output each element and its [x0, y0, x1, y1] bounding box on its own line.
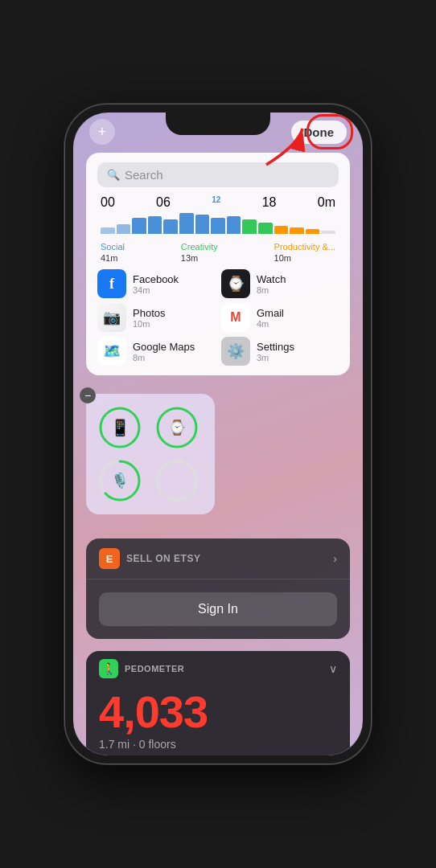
app-grid: f Facebook 34m ⌚ Watch 8m — [97, 269, 339, 366]
etsy-title: SELL ON ETSY — [126, 553, 200, 564]
time-label-00: 00 — [101, 195, 115, 210]
time-label-06: 06 — [156, 195, 171, 210]
done-button-wrapper: Done — [291, 121, 348, 144]
facebook-icon: f — [97, 269, 126, 298]
etsy-chevron-icon: › — [333, 552, 337, 565]
category-social: Social 41m — [101, 239, 125, 263]
widget-minus-button[interactable]: − — [80, 387, 96, 403]
svg-point-7 — [158, 461, 196, 500]
mic-circle: 🎙️ — [97, 458, 142, 503]
gmail-info: Gmail 4m — [257, 307, 339, 329]
app-row-photos[interactable]: 📷 Photos 10m — [97, 303, 215, 332]
etsy-widget[interactable]: E SELL ON ETSY › Sign In — [86, 538, 350, 639]
step-count: 4,033 — [99, 690, 337, 735]
app-row-facebook[interactable]: f Facebook 34m — [97, 269, 215, 298]
pedometer-chevron-icon: ∨ — [329, 662, 337, 675]
watch-circle: ⌚ — [154, 405, 199, 450]
time-label-0m: 0m — [318, 195, 335, 210]
googlemaps-info: Google Maps 8m — [133, 341, 215, 362]
watch-info: Watch 8m — [257, 273, 339, 295]
search-placeholder: Search — [125, 168, 163, 182]
chart-area: 00 06 12 18 0m — [97, 195, 339, 235]
time-label-18: 18 — [262, 195, 277, 210]
pedometer-title: PEDOMETER — [125, 664, 184, 674]
pedometer-icon: 🚶 — [99, 659, 118, 678]
photos-icon: 📷 — [97, 303, 126, 332]
phone-screen: + Done 🔍 Search — [73, 113, 363, 755]
add-widget-button[interactable]: + — [89, 119, 115, 145]
pedometer-widget: 🚶 PEDOMETER ∨ 4,033 1.7 mi · 0 floors — [86, 651, 350, 755]
app-row-googlemaps[interactable]: 🗺️ Google Maps 8m — [97, 337, 215, 366]
phone-emoji: 📱 — [110, 418, 130, 437]
watch-icon: ⌚ — [221, 269, 250, 298]
pedometer-left: 🚶 PEDOMETER — [99, 659, 184, 678]
sign-in-button[interactable]: Sign In — [99, 592, 337, 626]
etsy-logo: E — [99, 548, 120, 569]
app-row-gmail[interactable]: M Gmail 4m — [221, 303, 339, 332]
time-label-12: 12 — [212, 195, 220, 210]
pedometer-content: 4,033 1.7 mi · 0 floors — [86, 686, 350, 755]
watch-emoji: ⌚ — [168, 419, 186, 436]
screentime-widget: − 📱 ⌚ — [86, 394, 215, 514]
empty-circle — [154, 458, 199, 503]
chart-bars — [97, 211, 339, 234]
photos-info: Photos 10m — [133, 307, 215, 329]
mic-emoji: 🎙️ — [111, 472, 129, 489]
app-row-watch[interactable]: ⌚ Watch 8m — [221, 269, 339, 298]
facebook-info: Facebook 34m — [133, 273, 215, 295]
etsy-left: E SELL ON ETSY — [99, 548, 200, 569]
settings-icon: ⚙️ — [221, 337, 250, 366]
widget-circles: 📱 ⌚ 🎙️ — [97, 405, 204, 503]
app-row-settings[interactable]: ⚙️ Settings 3m — [221, 337, 339, 366]
done-button[interactable]: Done — [291, 121, 348, 144]
settings-info: Settings 3m — [257, 341, 339, 362]
step-details: 1.7 mi · 0 floors — [99, 738, 337, 751]
chart-time-labels: 00 06 12 18 0m — [97, 195, 339, 210]
screen-time-card: 🔍 Search 00 06 12 18 0m — [86, 153, 350, 375]
etsy-header: E SELL ON ETSY › — [86, 538, 350, 579]
category-creativity: Creativity 13m — [181, 239, 218, 263]
googlemaps-icon: 🗺️ — [97, 337, 126, 366]
category-labels: Social 41m Creativity 13m Productivity &… — [97, 239, 339, 263]
phone-circle: 📱 — [97, 405, 142, 450]
notch — [166, 113, 270, 135]
search-bar[interactable]: 🔍 Search — [97, 162, 339, 187]
phone-frame: + Done 🔍 Search — [65, 104, 371, 764]
sign-in-area: Sign In — [86, 579, 350, 639]
gmail-icon: M — [221, 303, 250, 332]
search-icon: 🔍 — [107, 169, 120, 181]
category-productivity: Productivity &... 10m — [274, 239, 335, 263]
pedometer-header: 🚶 PEDOMETER ∨ — [86, 651, 350, 686]
